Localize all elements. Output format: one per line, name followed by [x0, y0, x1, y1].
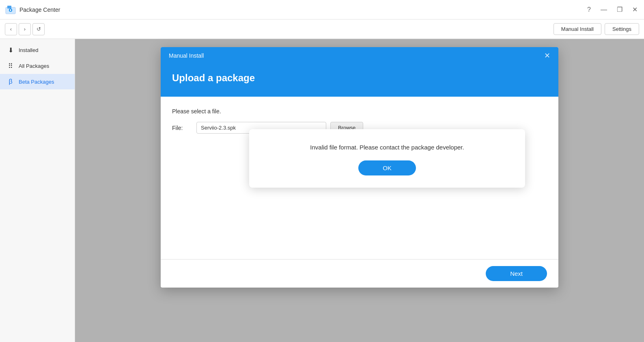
ok-button[interactable]: OK: [358, 160, 416, 175]
modal-header-title: Manual Install: [169, 52, 204, 59]
sidebar-item-all-packages[interactable]: ⠿ All Packages: [0, 58, 75, 74]
modal-hero-title: Upload a package: [172, 72, 547, 84]
error-popup: Invalid file format. Please contact the …: [249, 129, 525, 188]
close-button[interactable]: ✕: [631, 4, 639, 15]
sidebar-item-installed-label: Installed: [19, 47, 38, 53]
file-label: File:: [172, 125, 192, 131]
manual-install-button[interactable]: Manual Install: [554, 23, 601, 35]
sidebar-item-installed[interactable]: ⬇ Installed: [0, 42, 75, 58]
modal-footer: Next: [161, 259, 558, 288]
settings-button[interactable]: Settings: [605, 23, 639, 35]
window-controls: ? — ❐ ✕: [586, 4, 639, 15]
sidebar: ⬇ Installed ⠿ All Packages β Beta Packag…: [0, 39, 75, 342]
modal-header: Manual Install ✕: [161, 47, 558, 64]
error-message: Invalid file format. Please contact the …: [310, 144, 464, 151]
modal-close-button[interactable]: ✕: [544, 52, 550, 59]
grid-icon: ⠿: [6, 62, 15, 70]
forward-button[interactable]: ›: [19, 23, 31, 35]
back-button[interactable]: ‹: [5, 23, 17, 35]
modal-overlay: Manual Install ✕ Upload a package Please…: [75, 39, 644, 342]
svg-rect-1: [7, 6, 11, 9]
toolbar: ‹ › ↺ Manual Install Settings: [0, 19, 644, 39]
main-layout: ⬇ Installed ⠿ All Packages β Beta Packag…: [0, 39, 644, 342]
help-button[interactable]: ?: [586, 4, 592, 15]
modal-body: Please select a file. File: Browse Inval…: [161, 97, 558, 259]
app-icon: [5, 4, 16, 15]
sidebar-item-beta-packages-label: Beta Packages: [19, 79, 54, 85]
maximize-button[interactable]: ❐: [615, 4, 624, 15]
modal-hero: Upload a package: [161, 64, 558, 97]
minimize-button[interactable]: —: [599, 4, 609, 15]
content-area: Manual Install ✕ Upload a package Please…: [75, 39, 644, 342]
app-title: Package Center: [19, 6, 60, 13]
title-bar: Package Center ? — ❐ ✕: [0, 0, 644, 19]
refresh-button[interactable]: ↺: [32, 23, 45, 35]
sidebar-item-beta-packages[interactable]: β Beta Packages: [0, 74, 75, 89]
next-button[interactable]: Next: [486, 266, 547, 281]
sidebar-item-all-packages-label: All Packages: [19, 63, 49, 69]
download-icon: ⬇: [6, 46, 15, 54]
modal-instruction: Please select a file.: [172, 108, 547, 115]
beta-icon: β: [6, 78, 15, 85]
manual-install-modal: Manual Install ✕ Upload a package Please…: [161, 47, 558, 288]
